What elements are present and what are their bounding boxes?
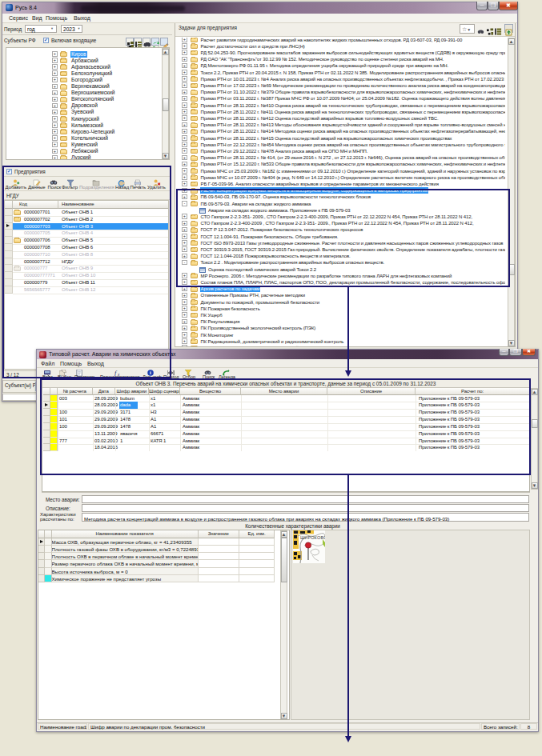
svg-text:ШИРОКОВС: ШИРОКОВС — [300, 535, 325, 540]
